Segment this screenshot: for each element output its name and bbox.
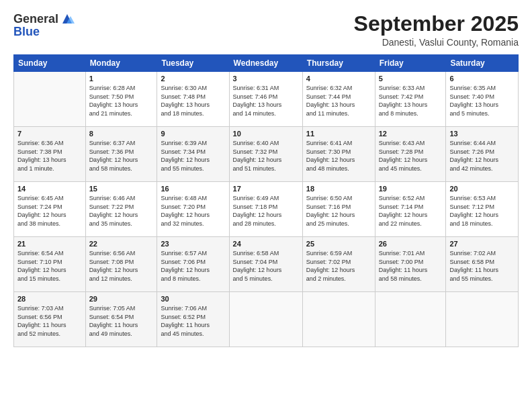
location: Danesti, Vaslui County, Romania (354, 37, 519, 48)
table-row: 2Sunrise: 6:30 AM Sunset: 7:48 PM Daylig… (157, 72, 229, 127)
header: General Blue September 2025 Danesti, Vas… (13, 12, 519, 48)
day-info: Sunrise: 6:59 AM Sunset: 7:02 PM Dayligh… (306, 249, 371, 283)
table-row: 3Sunrise: 6:31 AM Sunset: 7:46 PM Daylig… (229, 72, 302, 127)
table-row: 27Sunrise: 7:02 AM Sunset: 6:58 PM Dayli… (446, 237, 519, 292)
table-row: 7Sunrise: 6:36 AM Sunset: 7:38 PM Daylig… (14, 127, 86, 182)
day-info: Sunrise: 6:49 AM Sunset: 7:18 PM Dayligh… (233, 194, 299, 228)
day-info: Sunrise: 7:03 AM Sunset: 6:56 PM Dayligh… (17, 304, 82, 338)
logo: General Blue (13, 12, 75, 39)
day-number: 8 (89, 130, 154, 138)
day-number: 23 (161, 240, 225, 248)
table-row (375, 292, 446, 347)
day-number: 12 (379, 130, 443, 138)
table-row: 9Sunrise: 6:39 AM Sunset: 7:34 PM Daylig… (157, 127, 229, 182)
day-info: Sunrise: 6:28 AM Sunset: 7:50 PM Dayligh… (89, 84, 154, 118)
day-info: Sunrise: 6:35 AM Sunset: 7:40 PM Dayligh… (449, 84, 515, 118)
table-row: 6Sunrise: 6:35 AM Sunset: 7:40 PM Daylig… (446, 72, 519, 127)
calendar-week-row: 14Sunrise: 6:45 AM Sunset: 7:24 PM Dayli… (14, 182, 519, 237)
day-info: Sunrise: 6:53 AM Sunset: 7:12 PM Dayligh… (449, 194, 515, 228)
day-info: Sunrise: 6:45 AM Sunset: 7:24 PM Dayligh… (17, 194, 82, 228)
day-info: Sunrise: 6:43 AM Sunset: 7:28 PM Dayligh… (379, 139, 443, 173)
table-row: 16Sunrise: 6:48 AM Sunset: 7:20 PM Dayli… (157, 182, 229, 237)
table-row: 30Sunrise: 7:06 AM Sunset: 6:52 PM Dayli… (157, 292, 229, 347)
logo-icon (60, 11, 75, 26)
day-number: 20 (449, 185, 515, 193)
page: General Blue September 2025 Danesti, Vas… (0, 0, 532, 411)
day-number: 15 (89, 185, 154, 193)
table-row: 11Sunrise: 6:41 AM Sunset: 7:30 PM Dayli… (302, 127, 375, 182)
day-number: 2 (161, 75, 225, 83)
table-row: 28Sunrise: 7:03 AM Sunset: 6:56 PM Dayli… (14, 292, 86, 347)
day-number: 3 (233, 75, 299, 83)
day-info: Sunrise: 6:44 AM Sunset: 7:26 PM Dayligh… (449, 139, 515, 173)
calendar-header-row: Sunday Monday Tuesday Wednesday Thursday… (14, 55, 519, 72)
day-info: Sunrise: 6:33 AM Sunset: 7:42 PM Dayligh… (379, 84, 443, 118)
col-wednesday: Wednesday (229, 55, 302, 72)
calendar: Sunday Monday Tuesday Wednesday Thursday… (13, 54, 519, 347)
day-info: Sunrise: 7:01 AM Sunset: 7:00 PM Dayligh… (379, 249, 443, 283)
day-info: Sunrise: 6:56 AM Sunset: 7:08 PM Dayligh… (89, 249, 154, 283)
table-row (446, 292, 519, 347)
table-row: 12Sunrise: 6:43 AM Sunset: 7:28 PM Dayli… (375, 127, 446, 182)
calendar-week-row: 21Sunrise: 6:54 AM Sunset: 7:10 PM Dayli… (14, 237, 519, 292)
day-info: Sunrise: 7:06 AM Sunset: 6:52 PM Dayligh… (161, 304, 225, 338)
table-row: 18Sunrise: 6:50 AM Sunset: 7:16 PM Dayli… (302, 182, 375, 237)
col-tuesday: Tuesday (157, 55, 229, 72)
table-row: 14Sunrise: 6:45 AM Sunset: 7:24 PM Dayli… (14, 182, 86, 237)
day-number: 10 (233, 130, 299, 138)
table-row: 5Sunrise: 6:33 AM Sunset: 7:42 PM Daylig… (375, 72, 446, 127)
day-info: Sunrise: 6:50 AM Sunset: 7:16 PM Dayligh… (306, 194, 371, 228)
day-number: 24 (233, 240, 299, 248)
day-number: 14 (17, 185, 82, 193)
table-row (229, 292, 302, 347)
day-info: Sunrise: 6:54 AM Sunset: 7:10 PM Dayligh… (17, 249, 82, 283)
table-row: 23Sunrise: 6:57 AM Sunset: 7:06 PM Dayli… (157, 237, 229, 292)
day-number: 17 (233, 185, 299, 193)
day-number: 27 (449, 240, 515, 248)
day-number: 29 (89, 295, 154, 303)
day-number: 18 (306, 185, 371, 193)
table-row (14, 72, 86, 127)
col-monday: Monday (85, 55, 157, 72)
day-number: 9 (161, 130, 225, 138)
table-row: 24Sunrise: 6:58 AM Sunset: 7:04 PM Dayli… (229, 237, 302, 292)
day-info: Sunrise: 6:48 AM Sunset: 7:20 PM Dayligh… (161, 194, 225, 228)
col-friday: Friday (375, 55, 446, 72)
day-info: Sunrise: 6:37 AM Sunset: 7:36 PM Dayligh… (89, 139, 154, 173)
day-number: 7 (17, 130, 82, 138)
day-number: 21 (17, 240, 82, 248)
calendar-week-row: 7Sunrise: 6:36 AM Sunset: 7:38 PM Daylig… (14, 127, 519, 182)
table-row: 10Sunrise: 6:40 AM Sunset: 7:32 PM Dayli… (229, 127, 302, 182)
day-number: 13 (449, 130, 515, 138)
col-sunday: Sunday (14, 55, 86, 72)
table-row: 13Sunrise: 6:44 AM Sunset: 7:26 PM Dayli… (446, 127, 519, 182)
table-row: 21Sunrise: 6:54 AM Sunset: 7:10 PM Dayli… (14, 237, 86, 292)
day-info: Sunrise: 6:41 AM Sunset: 7:30 PM Dayligh… (306, 139, 371, 173)
day-info: Sunrise: 6:57 AM Sunset: 7:06 PM Dayligh… (161, 249, 225, 283)
day-number: 6 (449, 75, 515, 83)
day-number: 11 (306, 130, 371, 138)
calendar-week-row: 1Sunrise: 6:28 AM Sunset: 7:50 PM Daylig… (14, 72, 519, 127)
day-info: Sunrise: 6:40 AM Sunset: 7:32 PM Dayligh… (233, 139, 299, 173)
table-row: 19Sunrise: 6:52 AM Sunset: 7:14 PM Dayli… (375, 182, 446, 237)
logo-blue: Blue (13, 25, 75, 39)
day-info: Sunrise: 7:02 AM Sunset: 6:58 PM Dayligh… (449, 249, 515, 283)
col-saturday: Saturday (446, 55, 519, 72)
table-row: 8Sunrise: 6:37 AM Sunset: 7:36 PM Daylig… (85, 127, 157, 182)
day-info: Sunrise: 6:30 AM Sunset: 7:48 PM Dayligh… (161, 84, 225, 118)
day-info: Sunrise: 7:05 AM Sunset: 6:54 PM Dayligh… (89, 304, 154, 338)
day-info: Sunrise: 6:46 AM Sunset: 7:22 PM Dayligh… (89, 194, 154, 228)
logo-general: General (13, 12, 58, 26)
table-row: 1Sunrise: 6:28 AM Sunset: 7:50 PM Daylig… (85, 72, 157, 127)
day-number: 28 (17, 295, 82, 303)
day-info: Sunrise: 6:39 AM Sunset: 7:34 PM Dayligh… (161, 139, 225, 173)
month-title: September 2025 (354, 12, 519, 36)
table-row: 29Sunrise: 7:05 AM Sunset: 6:54 PM Dayli… (85, 292, 157, 347)
day-number: 4 (306, 75, 371, 83)
table-row: 25Sunrise: 6:59 AM Sunset: 7:02 PM Dayli… (302, 237, 375, 292)
day-info: Sunrise: 6:52 AM Sunset: 7:14 PM Dayligh… (379, 194, 443, 228)
day-number: 5 (379, 75, 443, 83)
table-row: 22Sunrise: 6:56 AM Sunset: 7:08 PM Dayli… (85, 237, 157, 292)
table-row: 20Sunrise: 6:53 AM Sunset: 7:12 PM Dayli… (446, 182, 519, 237)
day-number: 30 (161, 295, 225, 303)
